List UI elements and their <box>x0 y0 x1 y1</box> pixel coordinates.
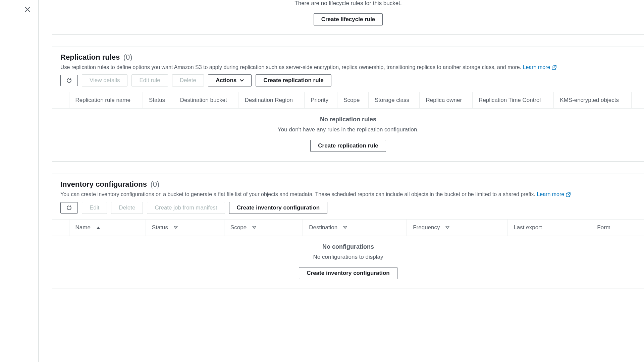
col-format[interactable]: Form <box>591 219 644 236</box>
sidebar: s Points oints or S3 ettings for ttings … <box>0 0 39 301</box>
inventory-count: (0) <box>150 180 159 188</box>
replication-learn-more-link[interactable]: Learn more <box>523 64 557 71</box>
col-last-export[interactable]: Last export <box>507 219 591 236</box>
lifecycle-empty-text: There are no lifecycle rules for this bu… <box>52 0 644 7</box>
col-rule-name[interactable]: Replication rule name <box>69 92 143 109</box>
sort-icon <box>252 226 256 229</box>
create-job-button: Create job from manifest <box>147 202 225 214</box>
inventory-table: Name Status Scope <box>52 219 644 236</box>
replication-empty-title: No replication rules <box>52 116 644 123</box>
external-link-icon <box>551 65 557 70</box>
view-details-button: View details <box>82 74 127 86</box>
col-kms[interactable]: KMS-encrypted objects <box>554 92 632 109</box>
inventory-panel: Inventory configurations (0) You can cre… <box>52 174 644 289</box>
col-destination[interactable]: Destination <box>303 219 407 236</box>
sort-icon <box>445 226 449 229</box>
replication-empty-sub: You don't have any rules in the replicat… <box>52 126 644 133</box>
actions-dropdown[interactable]: Actions <box>208 74 252 86</box>
edit-button: Edit <box>82 202 107 214</box>
col-scope[interactable]: Scope <box>337 92 369 109</box>
col-frequency[interactable]: Frequency <box>407 219 507 236</box>
inventory-empty-title: No configurations <box>52 243 644 250</box>
create-replication-rule-button[interactable]: Create replication rule <box>256 74 331 86</box>
refresh-icon <box>66 77 72 83</box>
col-replica-owner[interactable]: Replica owner <box>420 92 473 109</box>
replication-empty: No replication rules You don't have any … <box>52 109 644 161</box>
col-dest-bucket[interactable]: Destination bucket <box>174 92 238 109</box>
delete-button: Delete <box>111 202 143 214</box>
create-inventory-config-button[interactable]: Create inventory configuration <box>229 202 327 214</box>
inventory-desc: You can create inventory configurations … <box>60 191 636 198</box>
inventory-empty-sub: No configurations to display <box>52 254 644 260</box>
col-name[interactable]: Name <box>69 219 146 236</box>
refresh-button[interactable] <box>60 75 78 86</box>
refresh-icon <box>66 205 72 211</box>
inventory-title: Inventory configurations <box>60 180 147 188</box>
col-status[interactable]: Status <box>143 92 174 109</box>
col-status[interactable]: Status <box>146 219 224 236</box>
inventory-empty: No configurations No configurations to d… <box>52 236 644 289</box>
delete-button: Delete <box>172 74 204 86</box>
create-lifecycle-rule-button[interactable]: Create lifecycle rule <box>314 13 383 25</box>
inventory-learn-more-link[interactable]: Learn more <box>537 191 571 198</box>
replication-count: (0) <box>123 53 132 61</box>
replication-desc: Use replication rules to define options … <box>60 64 636 71</box>
col-priority[interactable]: Priority <box>305 92 337 109</box>
refresh-button[interactable] <box>60 202 78 214</box>
col-scope[interactable]: Scope <box>224 219 303 236</box>
col-dest-region[interactable]: Destination Region <box>238 92 305 109</box>
sort-icon <box>174 226 178 229</box>
sort-icon <box>343 226 347 229</box>
create-replication-rule-empty-button[interactable]: Create replication rule <box>310 140 386 152</box>
create-inventory-config-empty-button[interactable]: Create inventory configuration <box>299 267 397 279</box>
external-link-icon <box>566 192 571 197</box>
replication-toolbar: View details Edit rule Delete Actions Cr… <box>52 74 644 92</box>
chevron-down-icon <box>240 79 244 82</box>
edit-rule-button: Edit rule <box>131 74 168 86</box>
replication-title: Replication rules <box>60 53 120 61</box>
replication-panel: Replication rules (0) Use replication ru… <box>52 47 644 162</box>
sort-asc-icon <box>96 226 100 229</box>
lifecycle-panel-bottom: There are no lifecycle rules for this bu… <box>52 0 644 35</box>
replication-table: Replication rule name Status Destination… <box>52 92 644 109</box>
inventory-toolbar: Edit Delete Create job from manifest Cre… <box>52 202 644 219</box>
close-icon[interactable] <box>24 6 31 13</box>
col-storage-class[interactable]: Storage class <box>368 92 420 109</box>
col-rtc[interactable]: Replication Time Control <box>473 92 554 109</box>
